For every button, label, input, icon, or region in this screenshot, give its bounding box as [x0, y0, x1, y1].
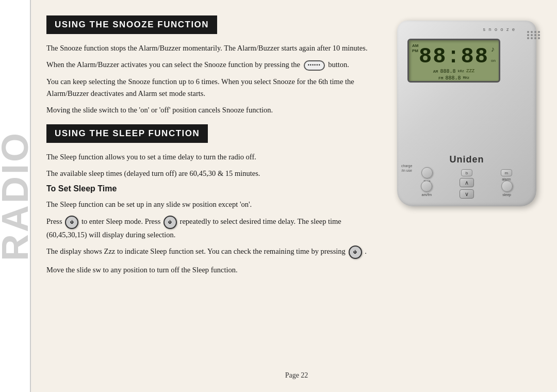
display-screen: AM PM on ♪ 88:88 AM 888.8 kHz ZZZ: [407, 39, 500, 83]
arrow-buttons: ∧ ∨: [460, 178, 474, 199]
sleep-title: USING THE SLEEP FUNCTION: [46, 124, 208, 143]
left-bar: RADIO: [0, 0, 31, 392]
sleep-mode-button-icon: ⏻: [65, 216, 78, 229]
sleep-select-button-icon: ⏻: [163, 216, 177, 229]
freq-display: AM 888.8 kHz ZZZ: [433, 69, 474, 74]
time-display: 88:88: [419, 46, 489, 68]
sleep-para5-suffix: .: [365, 248, 367, 256]
freq-am: AM: [433, 69, 438, 74]
sleep-button-group: sleep: [501, 181, 513, 197]
device-section: s n o o z e: [387, 15, 547, 365]
dot: [534, 34, 536, 36]
dot: [527, 31, 529, 33]
dot: [534, 37, 536, 39]
time-button[interactable]: [421, 167, 433, 178]
dot: [531, 34, 533, 36]
content-and-device: USING THE SNOOZE FUNCTION The Snooze fun…: [46, 15, 547, 365]
sleep-label: sleep: [502, 193, 511, 197]
sleep-para4: Press ⏻ to enter Sleep mode. Press ⏻ rep…: [46, 216, 371, 240]
sleep-button[interactable]: [501, 181, 513, 192]
snooze-button-icon: ••••••: [304, 60, 325, 71]
snooze-para2-prefix: When the Alarm/Buzzer activates you can …: [46, 60, 300, 69]
alarm-button[interactable]: m: [501, 169, 512, 176]
sleep-para4-middle: to enter Sleep mode. Press: [81, 217, 160, 225]
sleep-para5-text: The display shows Zzz to indicate Sleep …: [46, 248, 346, 256]
page-number: Page 22: [285, 371, 308, 379]
amfm-button-group: am/fm: [421, 181, 432, 197]
dot: [527, 34, 529, 36]
device-snooze-label: s n o o z e: [483, 27, 516, 32]
freq-fm-display: FM 888.8 MHz: [438, 75, 469, 81]
sleep-para6: Move the slide sw to any position to tur…: [46, 264, 371, 275]
sleep-header: USING THE SLEEP FUNCTION: [46, 124, 371, 151]
sleep-check-button-icon: ⏻: [349, 246, 362, 259]
dot: [534, 31, 536, 33]
main-content: USING THE SNOOZE FUNCTION The Snooze fun…: [31, 0, 557, 392]
dot: [538, 37, 540, 39]
dot: [531, 31, 533, 33]
freq-fm-value: 888.8: [445, 75, 461, 81]
text-section: USING THE SNOOZE FUNCTION The Snooze fun…: [46, 15, 376, 365]
dot: [538, 34, 540, 36]
snooze-para2: When the Alarm/Buzzer activates you can …: [46, 59, 371, 71]
speaker-grille: [527, 31, 540, 39]
amfm-button[interactable]: [421, 181, 432, 192]
am-label: AM: [412, 43, 418, 48]
sleep-subtitle: To Set Sleep Time: [46, 184, 371, 193]
dimmer-button[interactable]: b: [461, 169, 472, 176]
arrow-down-button[interactable]: ∨: [460, 189, 474, 199]
buttons-row2: am/fm ∧ ∨ sleep: [407, 178, 526, 199]
dot: [527, 37, 529, 39]
sleep-para5: The display shows Zzz to indicate Sleep …: [46, 246, 371, 259]
snooze-title: USING THE SNOOZE FUNCTION: [46, 15, 217, 34]
snooze-para4: Moving the slide switch to the 'on' or '…: [46, 104, 371, 116]
zzz-indicator: ZZZ: [466, 69, 474, 74]
amfm-label: am/fm: [422, 193, 432, 197]
brand-name: Uniden: [450, 154, 484, 165]
snooze-para3: You can keep selecting the Snooze functi…: [46, 76, 371, 99]
on-label: on: [491, 58, 496, 63]
dot: [538, 31, 540, 33]
pm-label: PM: [412, 48, 418, 54]
snooze-para2-suffix: button.: [328, 60, 349, 69]
music-icon: ♪: [491, 45, 495, 54]
sleep-para4-prefix: Press: [46, 217, 62, 225]
page-footer: Page 22: [46, 365, 547, 382]
snooze-header: USING THE SNOOZE FUNCTION: [46, 15, 371, 42]
device-wrapper: s n o o z e: [392, 21, 542, 237]
dot: [531, 37, 533, 39]
freq-mhz: MHz: [463, 76, 470, 80]
snooze-para1: The Snooze function stops the Alarm/Buzz…: [46, 42, 371, 54]
sleep-para1: The Sleep function allows you to set a t…: [46, 151, 371, 162]
am-pm-indicator: AM PM: [412, 43, 418, 53]
sleep-para2: The available sleep times (delayed turn …: [46, 168, 371, 179]
freq-khz: kHz: [457, 69, 464, 73]
radio-device: s n o o z e: [397, 21, 536, 206]
sleep-para3: The Sleep function can be set up in any …: [46, 199, 371, 210]
freq-am-value: 888.8: [440, 69, 455, 74]
freq-fm: FM: [438, 76, 444, 80]
arrow-up-button[interactable]: ∧: [460, 178, 474, 187]
